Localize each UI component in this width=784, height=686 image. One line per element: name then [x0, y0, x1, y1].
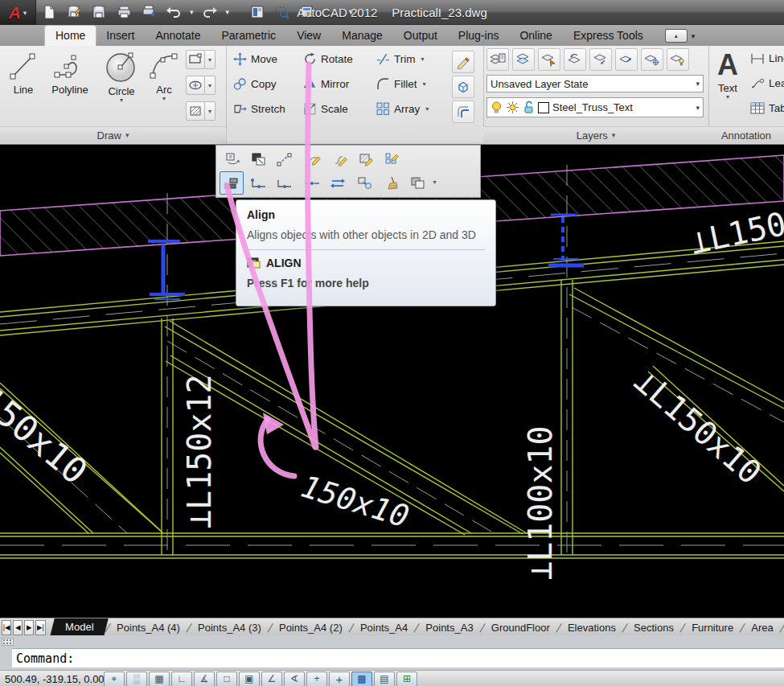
status-toggle-transparency[interactable]: ▩ [351, 672, 372, 686]
layer-properties-button[interactable] [486, 48, 509, 71]
layer-state-combo[interactable]: Unsaved Layer State ▾ [486, 75, 704, 92]
fillet-dropdown[interactable]: ▾ [423, 80, 426, 88]
edit-hatch-button[interactable] [355, 148, 379, 171]
tab-model[interactable]: Model [50, 618, 109, 636]
set-bylayer-button[interactable] [221, 148, 245, 171]
draw-panel-label[interactable]: Draw ▾ [0, 126, 226, 143]
last-layout-button[interactable]: ▶| [35, 620, 45, 635]
line-tool-button[interactable]: Line [5, 49, 42, 96]
first-layout-button[interactable]: |◀ [2, 620, 11, 635]
tab-points-a4[interactable]: Points_A4 [353, 619, 415, 636]
layer-color-swatch[interactable] [538, 102, 549, 113]
edit-spline-button[interactable] [329, 148, 353, 171]
layer-thaw-sun-icon[interactable] [506, 101, 519, 114]
redo-button[interactable] [201, 4, 219, 20]
qat-customize-dropdown[interactable]: ▼ [347, 8, 355, 16]
ellipse-dropdown[interactable]: ▾ [205, 76, 215, 95]
text-tool-button[interactable]: A Text ▾ [712, 49, 744, 100]
move-tool-button[interactable]: Move [233, 52, 277, 66]
align-button[interactable] [220, 171, 244, 195]
copy-tool-button[interactable]: Copy [233, 77, 277, 91]
array-dropdown[interactable]: ▾ [425, 105, 429, 113]
fillet-tool-button[interactable]: Fillet ▾ [376, 77, 426, 91]
status-toggle-polar-tracking[interactable]: ∡ [194, 672, 215, 686]
ellipse-tool-button[interactable]: ▾ [186, 76, 215, 95]
tab-points-a4-3[interactable]: Points_A4 (3) [191, 619, 269, 636]
layer-unisolate-button[interactable] [615, 48, 638, 71]
rectangle-dropdown[interactable]: ▾ [205, 50, 215, 69]
arc-tool-button[interactable]: Arc ▾ [146, 49, 182, 101]
delete-duplicates-button[interactable] [379, 171, 403, 195]
command-window-grip[interactable] [2, 638, 14, 646]
erase-tool-button[interactable] [452, 51, 474, 73]
print-button[interactable] [115, 4, 133, 20]
new-file-button[interactable] [40, 4, 58, 20]
tab-online[interactable]: Online [509, 26, 562, 46]
trim-dropdown[interactable]: ▾ [421, 55, 425, 63]
status-toggle-quick-properties[interactable]: ▤ [374, 672, 395, 686]
save-as-button[interactable] [65, 4, 83, 20]
layer-previous-button[interactable] [564, 48, 586, 71]
linear-dimension-button[interactable]: Line [750, 52, 784, 64]
join-button[interactable] [300, 171, 324, 195]
status-toggle-grid-display[interactable]: ▦ [149, 672, 170, 686]
tab-parametric[interactable]: Parametric [211, 26, 286, 46]
reverse-button[interactable] [326, 171, 350, 195]
leader-button[interactable]: Lea [750, 77, 784, 89]
copy-nested-objects-button[interactable] [353, 171, 377, 195]
stretch-tool-button[interactable]: Stretch [233, 102, 285, 116]
edit-array-button[interactable] [380, 148, 404, 171]
tab-points-a3[interactable]: Points_A3 [418, 619, 480, 636]
redo-dropdown[interactable]: ▾ [226, 8, 230, 16]
next-layout-button[interactable]: ▶ [24, 620, 34, 635]
edit-polyline-button[interactable] [303, 148, 327, 171]
tab-view[interactable]: View [286, 26, 331, 46]
tab-points-a4-2[interactable]: Points_A4 (2) [272, 619, 350, 636]
tab-plugins[interactable]: Plug-ins [448, 26, 510, 46]
rotate-tool-button[interactable]: Rotate [303, 52, 353, 66]
mirror-tool-button[interactable]: Mirror [303, 77, 349, 91]
minimize-ribbon-button[interactable]: ▴ [665, 29, 688, 43]
layer-match-button[interactable] [512, 48, 535, 71]
explode-tool-button[interactable] [452, 76, 474, 98]
status-toggle-snap-mode[interactable]: ░ [126, 672, 147, 686]
minimize-ribbon-dropdown[interactable]: ▾ [692, 32, 696, 40]
status-toggle-ortho-mode[interactable]: ∟ [171, 672, 192, 686]
scale-tool-button[interactable]: Scale [303, 102, 348, 116]
circle-dropdown[interactable]: ▾ [120, 97, 123, 103]
arc-dropdown[interactable]: ▾ [162, 96, 166, 101]
command-input[interactable]: Command: [12, 648, 784, 668]
tab-furniture[interactable]: Furniture [684, 619, 741, 636]
tab-groundfloor[interactable]: GroundFloor [484, 619, 557, 636]
break-button[interactable] [247, 171, 271, 195]
annotation-panel-label[interactable]: Annotation [708, 126, 784, 143]
layers-panel-label[interactable]: Layers ▾ [483, 126, 708, 143]
tab-insert[interactable]: Insert [96, 26, 145, 46]
polyline-tool-button[interactable]: Polyline [43, 49, 96, 96]
tab-area[interactable]: Area [744, 619, 780, 636]
rectangle-tool-button[interactable]: ▾ [186, 50, 215, 69]
draw-order-dropdown[interactable]: ▾ [429, 171, 440, 193]
layer-unlock-icon[interactable] [523, 101, 535, 114]
workspace-button[interactable] [248, 4, 266, 20]
trim-tool-button[interactable]: Trim ▾ [376, 52, 425, 66]
status-toggle-infer-constraints[interactable]: ⌖ [104, 672, 125, 686]
tab-annotate[interactable]: Annotate [145, 26, 211, 46]
tab-elevations[interactable]: Elevations [560, 619, 623, 636]
tab-home[interactable]: Home [45, 26, 96, 46]
layer-combo[interactable]: Steel_Truss_Text ▾ [486, 97, 704, 117]
save-button[interactable] [90, 4, 108, 20]
circle-tool-button[interactable]: Circle ▾ [98, 49, 145, 103]
undo-dropdown[interactable]: ▾ [190, 8, 194, 16]
layer-lock-button[interactable] [667, 48, 689, 71]
text-dropdown[interactable]: ▾ [726, 94, 729, 100]
status-toggle-dynamic-ucs[interactable]: + [306, 672, 327, 686]
offset-tool-button[interactable] [452, 101, 474, 123]
plot-button[interactable] [140, 4, 158, 20]
prev-layout-button[interactable]: ◀ [13, 620, 23, 635]
properties-button[interactable] [298, 4, 316, 20]
array-tool-button[interactable]: Array ▾ [376, 102, 429, 116]
tab-sections[interactable]: Sections [626, 619, 681, 636]
layer-off-button[interactable] [538, 48, 560, 71]
tab-express-tools[interactable]: Express Tools [563, 26, 654, 46]
